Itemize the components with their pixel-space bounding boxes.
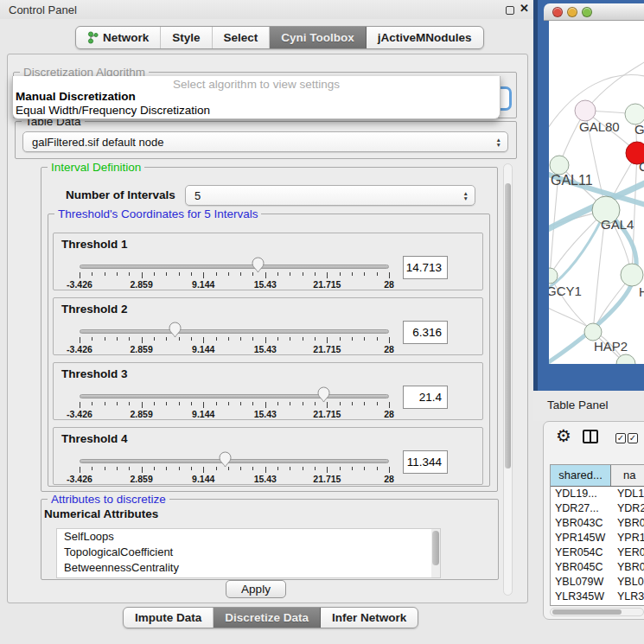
slider-thumb[interactable] <box>169 322 182 338</box>
tick-mark <box>303 272 303 276</box>
threshold-value-field[interactable]: 21.4 <box>403 386 448 409</box>
tab-impute-data[interactable]: Impute Data <box>124 608 214 628</box>
minimize-traffic-light[interactable] <box>567 7 577 17</box>
tab-jactivemnodules[interactable]: jActiveMNodules <box>367 27 483 48</box>
slider-thumb[interactable] <box>252 257 265 273</box>
tick-mark <box>303 402 303 405</box>
slider-thumb[interactable] <box>219 451 232 468</box>
tick-mark <box>327 402 328 408</box>
tick-mark <box>117 337 118 341</box>
tab-network[interactable]: Network <box>76 27 161 48</box>
table-cell: YDL1 <box>611 487 644 501</box>
tick-mark <box>228 272 229 276</box>
network-node[interactable] <box>550 156 569 175</box>
tick-mark <box>389 402 390 408</box>
table-row[interactable]: YBR045CYBR0 <box>551 560 644 575</box>
table-row[interactable]: YDL19...YDL1 <box>551 487 644 501</box>
network-node[interactable] <box>621 264 643 286</box>
tab-select[interactable]: Select <box>213 27 271 48</box>
tick-label: -3.426 <box>67 344 92 354</box>
threshold-box-1: Threshold 1-3.4262.8599.14415.4321.71528… <box>53 233 483 290</box>
float-window-icon[interactable] <box>506 6 514 15</box>
slider-track[interactable] <box>80 329 389 334</box>
tick-mark <box>290 402 290 405</box>
network-icon <box>87 31 99 44</box>
tick-mark <box>340 467 341 470</box>
number-of-intervals-select[interactable]: 5 ▲▼ <box>185 185 475 206</box>
network-node[interactable] <box>575 100 596 121</box>
table-cell: YIL0 <box>611 604 644 606</box>
checkbox-icon[interactable]: ✓ <box>628 433 638 443</box>
scrollbar-thumb[interactable] <box>505 183 511 469</box>
threshold-label: Threshold 4 <box>61 432 128 445</box>
threshold-value-field[interactable]: 6.316 <box>403 321 448 344</box>
table-data-select[interactable]: galFiltered.sif default node ▲▼ <box>22 131 508 152</box>
attribute-item[interactable]: BetweennessCentrality <box>57 560 440 576</box>
tick-mark <box>154 467 155 470</box>
attributes-scrollbar[interactable] <box>431 529 440 577</box>
scrollbar-thumb[interactable] <box>552 609 622 615</box>
table-row[interactable]: YER054CYER0 <box>551 545 644 560</box>
tick-mark <box>216 467 217 470</box>
scrollbar-thumb[interactable] <box>432 531 439 565</box>
settings-scrollbar[interactable] <box>503 163 513 596</box>
network-canvas[interactable]: GAL80GACGAL11GAL4GCY1HHAP2 <box>549 21 644 364</box>
slider-track[interactable] <box>80 394 389 399</box>
node-table[interactable]: shared...na YDL19...YDL1YDR27...YDR2YBR0… <box>550 464 644 606</box>
table-row[interactable]: YBL079WYBL0 <box>551 575 644 590</box>
gear-icon[interactable]: ⚙ <box>556 425 571 446</box>
threshold-value-field[interactable]: 14.713 <box>403 256 448 279</box>
tick-mark <box>327 272 328 278</box>
tick-mark <box>203 467 204 473</box>
tab-style[interactable]: Style <box>161 27 212 48</box>
column-header-shared-[interactable]: shared... <box>551 465 611 486</box>
tick-mark <box>290 337 290 341</box>
tick-mark <box>92 337 92 341</box>
network-node[interactable] <box>584 323 602 341</box>
table-horizontal-scrollbar[interactable] <box>550 608 644 616</box>
table-row[interactable]: YIL052CYIL0 <box>551 604 644 606</box>
tick-mark <box>389 337 390 343</box>
close-traffic-light[interactable] <box>552 7 563 17</box>
apply-button[interactable]: Apply <box>226 580 286 598</box>
network-node[interactable] <box>616 354 635 364</box>
tab-discretize-data[interactable]: Discretize Data <box>214 608 321 628</box>
zoom-traffic-light[interactable] <box>582 7 592 17</box>
tick-mark <box>340 402 341 405</box>
tick-label: 21.715 <box>313 474 341 484</box>
close-icon[interactable]: ✕ <box>520 2 529 15</box>
tick-mark <box>117 467 118 470</box>
tick-mark <box>129 467 130 470</box>
slider-ticks <box>80 467 389 474</box>
tab-infer-network[interactable]: Infer Network <box>321 608 418 628</box>
tick-label: 28 <box>384 344 394 354</box>
table-row[interactable]: YPR145WYPR1 <box>551 531 644 545</box>
slider-track[interactable] <box>80 459 389 463</box>
attribute-item[interactable]: SelfLoops <box>57 529 440 545</box>
attribute-item[interactable]: TopologicalCoefficient <box>57 545 440 560</box>
tick-mark <box>117 402 118 405</box>
tick-mark <box>252 337 253 341</box>
slider-tick-labels: -3.4262.8599.14415.4321.71528 <box>80 409 389 419</box>
numerical-attributes-list[interactable]: SelfLoopsTopologicalCoefficientBetweenne… <box>56 528 441 578</box>
column-header-na[interactable]: na <box>611 465 644 486</box>
table-cell: YDL19... <box>551 487 611 501</box>
algorithm-option-manual-discretization[interactable]: Manual Discretization <box>13 90 500 104</box>
tick-mark <box>179 272 180 276</box>
threshold-box-4: Threshold 4-3.4262.8599.14415.4321.71528… <box>53 427 483 485</box>
tick-mark <box>105 467 105 470</box>
table-row[interactable]: YLR345WYLR3 <box>551 590 644 604</box>
tick-label: 2.859 <box>130 409 152 419</box>
tick-mark <box>327 467 328 473</box>
tab-cyni-toolbox[interactable]: Cyni Toolbox <box>270 27 367 48</box>
checkbox-icon[interactable]: ✓ <box>615 433 626 443</box>
algorithm-option-equal-width-frequency-discretization[interactable]: Equal Width/Frequency Discretization <box>13 104 500 118</box>
slider-track[interactable] <box>80 265 389 269</box>
slider-thumb[interactable] <box>317 386 330 403</box>
group-title: Threshold's Coordinates for 5 Intervals <box>54 207 261 220</box>
tick-mark <box>92 272 92 276</box>
threshold-value-field[interactable]: 11.344 <box>403 450 448 474</box>
split-columns-icon[interactable] <box>583 430 598 443</box>
table-row[interactable]: YBR043CYBR0 <box>551 516 644 531</box>
table-row[interactable]: YDR27...YDR2 <box>551 501 644 516</box>
